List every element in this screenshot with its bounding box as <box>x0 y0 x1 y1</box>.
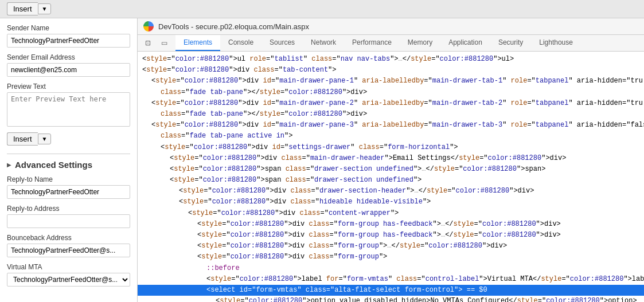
code-line: class="fade tab-pane"></style="color:#88… <box>138 87 644 98</box>
insert-button2[interactable]: Insert <box>7 132 38 146</box>
code-area[interactable]: <style="color:#881280">ul role="tablist"… <box>138 52 644 302</box>
code-text: <style="color:#881280">label for="form-v… <box>206 274 644 285</box>
sender-email-group: Sender Email Address <box>7 53 130 77</box>
code-text: <style="color:#881280">div id="main-draw… <box>151 120 644 131</box>
reply-to-name-label: Reply-to Name <box>7 175 130 183</box>
code-line: <style="color:#881280">span class="drawe… <box>138 164 644 175</box>
code-text: <style="color:#881280">div class="form-g… <box>197 241 507 252</box>
code-text: <style="color:#881280">div class="form-g… <box>197 230 561 241</box>
code-text: ::before <box>206 263 240 274</box>
code-line: <style="color:#881280">div id="main-draw… <box>138 98 644 109</box>
devtools-title: DevTools - secure.p02.eloqua.com/Main.as… <box>158 22 309 31</box>
code-line: <style="color:#881280">div class="form-g… <box>138 219 644 230</box>
tab-application[interactable]: Application <box>440 35 490 51</box>
code-text: <style="color:#881280">div class="main-d… <box>170 153 566 164</box>
sender-name-label: Sender Name <box>7 24 130 32</box>
tab-elements[interactable]: Elements <box>175 35 220 51</box>
tab-console[interactable]: Console <box>220 35 261 51</box>
code-line: <style="color:#881280">div id="settings-… <box>138 142 644 153</box>
code-line: <style="color:#881280">option value disa… <box>138 296 644 302</box>
tab-sources[interactable]: Sources <box>261 35 303 51</box>
reply-to-name-group: Reply-to Name <box>7 175 130 199</box>
sender-email-input[interactable] <box>7 63 130 77</box>
code-text: <style="color:#881280">span class="drawe… <box>170 175 421 186</box>
code-text: <style="color:#881280">div class="form-g… <box>197 252 387 262</box>
code-line: <style="color:#881280">div class="main-d… <box>138 153 644 164</box>
tab-memory[interactable]: Memory <box>400 35 440 51</box>
insert-button-wrapper2[interactable]: Insert ▼ <box>7 132 51 146</box>
bounceback-address-input[interactable] <box>7 244 130 257</box>
code-text: <style="color:#881280">div class="tab-co… <box>142 65 337 76</box>
code-line: <style="color:#881280">div class="form-g… <box>138 252 644 262</box>
code-line: <style="color:#881280">div class="conten… <box>138 208 644 219</box>
devtools-title-bar: DevTools - secure.p02.eloqua.com/Main.as… <box>138 18 644 35</box>
code-text: <style="color:#881280">div class="drawer… <box>179 186 534 197</box>
code-text: <select id="form-vmtas" class="alta-flat… <box>206 285 487 296</box>
code-line: ::before <box>138 263 644 274</box>
code-line: <style="color:#881280">span class="drawe… <box>138 175 644 186</box>
chrome-icon <box>143 21 154 32</box>
tab-security[interactable]: Security <box>490 35 531 51</box>
top-bar: Insert ▼ <box>0 0 644 18</box>
virtual-mta-group: Virtual MTA TechnologyPartnerFeedOtter@s… <box>7 263 130 287</box>
code-line: class="fade tab-pane active in"> <box>138 131 644 142</box>
reply-to-address-label: Reply-to Address <box>7 205 130 213</box>
code-line: <style="color:#881280">div class="drawer… <box>138 186 644 197</box>
reply-to-address-input[interactable] <box>7 214 130 228</box>
code-line: class="fade tab-pane"></style="color:#88… <box>138 109 644 120</box>
code-text: class="fade tab-pane active in"> <box>161 131 292 142</box>
code-line: <style="color:#881280">div id="main-draw… <box>138 120 644 131</box>
code-text: <style="color:#881280">div class="form-g… <box>197 219 561 230</box>
code-line: <select id="form-vmtas" class="alta-flat… <box>138 285 644 296</box>
insert-dropdown-arrow2[interactable]: ▼ <box>38 134 52 144</box>
devtools-panel: DevTools - secure.p02.eloqua.com/Main.as… <box>138 18 644 302</box>
code-text: <style="color:#881280">option value disa… <box>216 296 637 302</box>
code-text: class="fade tab-pane"></style="color:#88… <box>161 87 367 98</box>
code-line: <style="color:#881280">ul role="tablist"… <box>138 54 644 65</box>
insert-button-wrapper[interactable]: Insert ▼ <box>7 2 51 15</box>
code-line: <style="color:#881280">div class="hideab… <box>138 197 644 207</box>
cursor-icon-btn[interactable]: ⊡ <box>141 36 155 50</box>
devtools-tab-icons: ⊡ ▭ <box>141 36 171 50</box>
reply-to-name-input[interactable] <box>7 185 130 199</box>
virtual-mta-label: Virtual MTA <box>7 263 130 271</box>
code-line: <style="color:#881280">div class="form-g… <box>138 241 644 252</box>
left-panel: Sender Name Sender Email Address Preview… <box>0 18 138 302</box>
code-text: <style="color:#881280">div id="main-draw… <box>151 76 643 87</box>
code-text: <style="color:#881280">ul role="tablist"… <box>142 54 514 65</box>
insert-button[interactable]: Insert <box>7 2 38 15</box>
code-text: <style="color:#881280">div class="conten… <box>188 208 399 219</box>
devtools-tabs-bar: ⊡ ▭ Elements Console Sources Network Per… <box>138 35 644 52</box>
advanced-settings-header[interactable]: ▶ Advanced Settings <box>7 154 130 170</box>
code-text: <style="color:#881280">span class="drawe… <box>170 164 545 175</box>
preview-text-input[interactable] <box>7 92 130 127</box>
bounceback-address-group: Bounceback Address <box>7 234 130 257</box>
tab-performance[interactable]: Performance <box>344 35 400 51</box>
advanced-settings-title: Advanced Settings <box>15 160 92 170</box>
code-text: class="fade tab-pane"></style="color:#88… <box>161 109 367 120</box>
code-text: <style="color:#881280">div id="main-draw… <box>151 98 643 109</box>
preview-text-group: Preview Text <box>7 83 130 127</box>
code-text: <style="color:#881280">div id="settings-… <box>161 142 458 153</box>
tab-lighthouse[interactable]: Lighthouse <box>531 35 581 51</box>
preview-text-label: Preview Text <box>7 83 130 91</box>
code-line: <style="color:#881280">div class="tab-co… <box>138 65 644 76</box>
reply-to-address-group: Reply-to Address <box>7 205 130 228</box>
advanced-settings-triangle: ▶ <box>7 162 11 168</box>
virtual-mta-select[interactable]: TechnologyPartnerFeedOtter@s... <box>7 273 130 287</box>
insert-dropdown-arrow[interactable]: ▼ <box>38 3 52 14</box>
device-icon-btn[interactable]: ▭ <box>157 36 171 50</box>
sender-name-group: Sender Name <box>7 24 130 48</box>
code-line: <style="color:#881280">div id="main-draw… <box>138 76 644 87</box>
bounceback-address-label: Bounceback Address <box>7 234 130 242</box>
sender-email-label: Sender Email Address <box>7 53 130 61</box>
code-text: <style="color:#881280">div class="hideab… <box>179 197 431 207</box>
sender-name-input[interactable] <box>7 34 130 48</box>
code-line: <style="color:#881280">label for="form-v… <box>138 274 644 285</box>
tab-network[interactable]: Network <box>303 35 344 51</box>
code-line: <style="color:#881280">div class="form-g… <box>138 230 644 241</box>
